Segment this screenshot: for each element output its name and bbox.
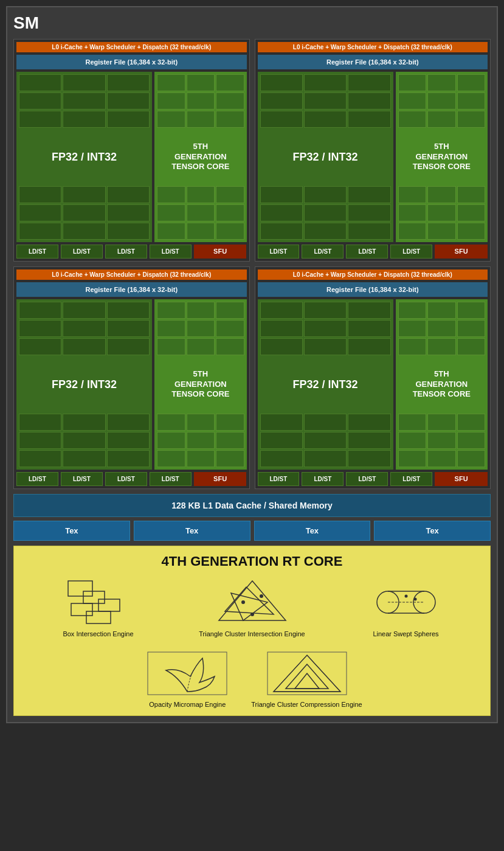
linear-swept-label: Linear Swept Spheres [373,630,438,637]
ldst-row-1: LD/ST LD/ST LD/ST LD/ST SFU [16,245,247,259]
rt-core-title: 4TH GENERATION RT CORE [21,554,483,569]
svg-rect-0 [68,581,92,596]
tensor-label-2: 5THGENERATIONTENSOR CORE [398,139,485,175]
svg-point-9 [260,594,263,598]
tensor-block-2: 5THGENERATIONTENSOR CORE [396,72,488,242]
triangle-cluster-item: Triangle Cluster Intersection Engine [175,578,329,637]
svg-line-24 [274,655,307,692]
ldst-btn-3: LD/ST [105,245,147,259]
tex-row: Tex Tex Tex Tex [13,521,491,541]
svg-rect-18 [148,652,227,695]
tensor-label-4: 5THGENERATIONTENSOR CORE [398,367,485,403]
fp32-label-3: FP32 / INT32 [19,375,150,395]
svg-point-10 [250,613,254,616]
svg-marker-22 [295,673,319,689]
triangle-cluster-compression-label: Triangle Cluster Compression Engine [251,701,362,708]
fp32-label-4: FP32 / INT32 [260,375,391,395]
svg-marker-7 [225,587,274,614]
fp32-block-2: FP32 / INT32 [258,72,393,242]
fp32-label-2: FP32 / INT32 [260,147,391,167]
warp-unit-2: L0 i-Cache + Warp Scheduler + Dispatch (… [255,39,491,262]
fp32-block-1: FP32 / INT32 [16,72,152,242]
ldst-btn-4: LD/ST [150,245,192,259]
sm-container: SM L0 i-Cache + Warp Scheduler + Dispatc… [6,6,498,723]
warp-unit-3: L0 i-Cache + Warp Scheduler + Dispatch (… [13,266,250,489]
svg-point-17 [413,598,416,601]
box-intersection-icon [65,578,132,627]
rt-icons-row-2: Opacity Micromap Engine Triangle Cluster… [21,646,483,708]
triangle-cluster-compression-item: Triangle Cluster Compression Engine [251,646,362,708]
l1-cache: 128 KB L1 Data Cache / Shared Memory [13,494,491,517]
ldst-row-2: LD/ST LD/ST LD/ST LD/ST SFU [258,245,488,259]
tensor-block-3: 5THGENERATIONTENSOR CORE [154,299,246,470]
ldst-row-4: LD/ST LD/ST LD/ST LD/ST SFU [258,472,488,486]
register-file-3: Register File (16,384 x 32-bit) [16,282,247,297]
tensor-block-1: 5THGENERATIONTENSOR CORE [154,72,246,242]
svg-rect-2 [98,599,120,611]
warp-header-3: L0 i-Cache + Warp Scheduler + Dispatch (… [16,269,247,280]
svg-point-8 [241,600,245,604]
tensor-label-3: 5THGENERATIONTENSOR CORE [157,367,244,403]
rt-core-section: 4TH GENERATION RT CORE Box Intersection … [13,546,491,716]
linear-swept-icon [373,578,440,627]
triangle-cluster-label: Triangle Cluster Intersection Engine [199,630,305,637]
rt-icons-row-1: Box Intersection Engine Triangle Cluster… [21,578,483,637]
compute-area-3: FP32 / INT32 5THGENERATIONTENSOR CORE [16,299,247,470]
svg-point-16 [404,595,407,598]
tensor-top-grid-1 [157,74,244,128]
fp32-block-4: FP32 / INT32 [258,299,393,470]
register-file-4: Register File (16,384 x 32-bit) [258,282,488,297]
register-file-1: Register File (16,384 x 32-bit) [16,55,247,69]
box-intersection-item: Box Intersection Engine [21,578,175,637]
triangle-cluster-compression-icon [261,646,353,701]
opacity-micromap-icon [142,646,233,701]
ldst-btn-2: LD/ST [61,245,103,259]
warp-unit-1: L0 i-Cache + Warp Scheduler + Dispatch (… [13,39,250,262]
sm-title: SM [13,13,491,33]
warp-header-2: L0 i-Cache + Warp Scheduler + Dispatch (… [258,42,488,52]
sfu-btn-1: SFU [194,245,247,259]
svg-rect-4 [86,611,111,623]
fp32-label-1: FP32 / INT32 [19,147,150,167]
ldst-btn-1: LD/ST [16,245,58,259]
warp-header-1: L0 i-Cache + Warp Scheduler + Dispatch (… [16,42,247,52]
warp-unit-4: L0 i-Cache + Warp Scheduler + Dispatch (… [255,266,491,489]
tex-btn-2: Tex [134,521,250,541]
svg-marker-21 [286,664,328,689]
fp32-bottom-grid-1 [19,186,150,240]
triangle-cluster-icon [213,578,292,627]
opacity-micromap-item: Opacity Micromap Engine [142,646,233,708]
ldst-row-3: LD/ST LD/ST LD/ST LD/ST SFU [16,472,247,486]
linear-swept-item: Linear Swept Spheres [329,578,483,637]
sfu-btn-2: SFU [435,245,488,259]
tensor-bottom-grid-1 [157,186,244,240]
box-intersection-label: Box Intersection Engine [63,630,133,637]
tex-btn-4: Tex [374,521,491,541]
sfu-btn-3: SFU [194,472,247,486]
compute-area-2: FP32 / INT32 5THGENERATIONTENSOR CORE [258,72,488,242]
fp32-block-3: FP32 / INT32 [16,299,152,470]
svg-rect-3 [71,603,92,616]
register-file-2: Register File (16,384 x 32-bit) [258,55,488,69]
tex-btn-1: Tex [13,521,130,541]
fp32-top-grid-1 [19,74,150,128]
tensor-block-4: 5THGENERATIONTENSOR CORE [396,299,488,470]
compute-area-1: FP32 / INT32 5THGENERATIONTENSOR CORE [16,72,247,242]
warp-header-4: L0 i-Cache + Warp Scheduler + Dispatch (… [258,269,488,280]
warp-grid: L0 i-Cache + Warp Scheduler + Dispatch (… [13,39,491,489]
opacity-micromap-label: Opacity Micromap Engine [149,701,226,708]
tensor-label-1: 5THGENERATIONTENSOR CORE [157,139,244,175]
compute-area-4: FP32 / INT32 5THGENERATIONTENSOR CORE [258,299,488,470]
tex-btn-3: Tex [254,521,371,541]
svg-line-23 [307,655,340,692]
sfu-btn-4: SFU [435,472,488,486]
svg-rect-1 [83,591,105,603]
